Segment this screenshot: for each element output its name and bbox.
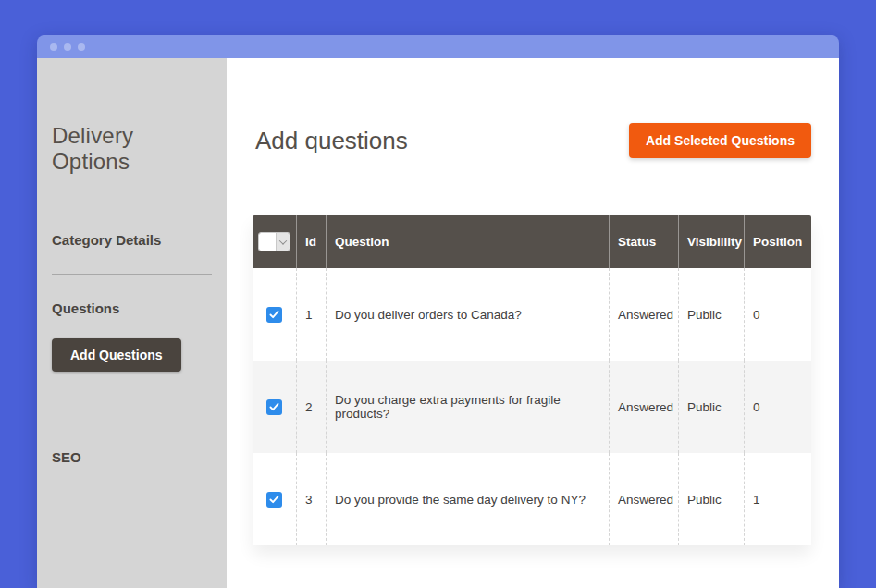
row-question: Do you charge extra payments for fragile… — [326, 361, 609, 453]
table-header-select — [253, 215, 296, 268]
table-row: 1 Do you deliver orders to Canada? Answe… — [253, 268, 811, 361]
row-checkbox-cell — [253, 453, 296, 545]
window-titlebar — [37, 35, 839, 58]
row-status: Answered — [609, 268, 678, 361]
row-id: 2 — [296, 361, 326, 453]
row-visibility: Public — [678, 361, 744, 453]
chevron-down-icon[interactable] — [276, 233, 290, 251]
table-header-row: Id Question Status Visibillity Position — [253, 215, 811, 268]
window-dot-icon[interactable] — [78, 43, 85, 51]
row-checkbox-checked[interactable] — [266, 492, 282, 508]
app-window: Delivery Options Category Details Questi… — [37, 35, 839, 588]
row-position: 0 — [744, 361, 811, 453]
row-question: Do you provide the same day delivery to … — [326, 453, 609, 545]
row-id: 1 — [296, 268, 326, 361]
table-row: 2 Do you charge extra payments for fragi… — [253, 361, 811, 453]
sidebar-title: Delivery Options — [52, 123, 212, 175]
row-checkbox-checked[interactable] — [266, 307, 282, 323]
column-header-question[interactable]: Question — [326, 215, 609, 268]
sidebar-item-questions[interactable]: Questions — [52, 300, 212, 316]
row-visibility: Public — [678, 453, 744, 545]
window-dot-icon[interactable] — [64, 43, 71, 51]
select-all-checkbox[interactable] — [259, 233, 276, 251]
sidebar-item-category-details[interactable]: Category Details — [52, 232, 212, 248]
sidebar-item-seo[interactable]: SEO — [52, 449, 212, 465]
row-position: 1 — [744, 453, 811, 545]
select-all-dropdown[interactable] — [258, 232, 290, 251]
column-header-position[interactable]: Position — [744, 215, 811, 268]
row-question: Do you deliver orders to Canada? — [326, 268, 609, 361]
window-dot-icon[interactable] — [50, 43, 57, 51]
row-visibility: Public — [678, 268, 744, 361]
row-status: Answered — [609, 453, 678, 545]
table-row: 3 Do you provide the same day delivery t… — [253, 453, 811, 545]
column-header-status[interactable]: Status — [609, 215, 678, 268]
column-header-visibility[interactable]: Visibillity — [678, 215, 744, 268]
sidebar-divider — [52, 274, 212, 275]
row-checkbox-checked[interactable] — [266, 399, 282, 415]
questions-table: Id Question Status Visibillity Position … — [253, 215, 811, 545]
main-content: Add questions Add Selected Questions Id … — [227, 58, 839, 588]
row-checkbox-cell — [253, 361, 296, 453]
row-checkbox-cell — [253, 268, 296, 361]
add-selected-questions-button[interactable]: Add Selected Questions — [629, 123, 811, 158]
add-questions-button[interactable]: Add Questions — [52, 338, 181, 372]
column-header-id[interactable]: Id — [296, 215, 326, 268]
sidebar: Delivery Options Category Details Questi… — [37, 58, 227, 588]
page-title: Add questions — [253, 127, 408, 155]
row-id: 3 — [296, 453, 326, 545]
row-status: Answered — [609, 361, 678, 453]
sidebar-divider — [52, 423, 212, 423]
row-position: 0 — [744, 268, 811, 361]
